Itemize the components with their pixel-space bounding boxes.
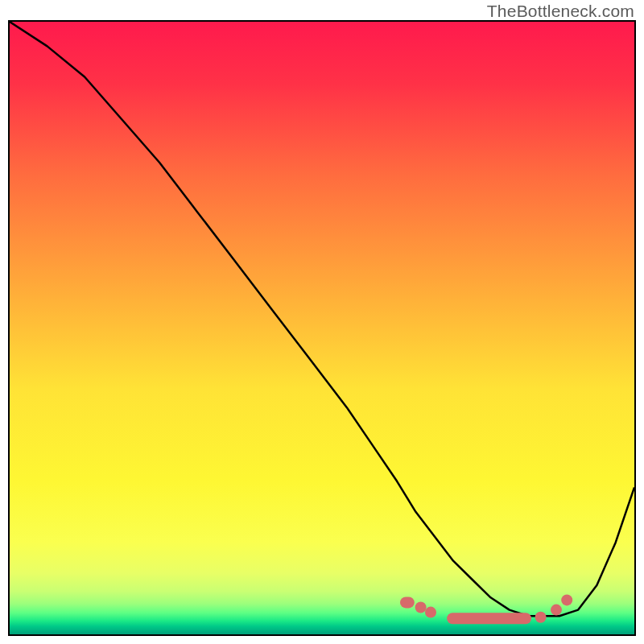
watermark-text: TheBottleneck.com xyxy=(487,2,634,21)
curve-marker-dot xyxy=(551,605,562,616)
chart-canvas: TheBottleneck.com xyxy=(0,0,644,644)
curve-marker-dot xyxy=(561,594,572,605)
marker-layer xyxy=(400,594,572,624)
curve-marker-dot xyxy=(535,612,547,623)
curve-marker-pill xyxy=(400,597,415,608)
curve-marker-dot xyxy=(425,607,436,618)
bottleneck-curve xyxy=(10,22,634,616)
plot-area xyxy=(8,20,636,636)
curve-marker-pill xyxy=(447,613,531,624)
chart-svg xyxy=(10,22,634,634)
curve-marker-dot xyxy=(415,602,427,613)
